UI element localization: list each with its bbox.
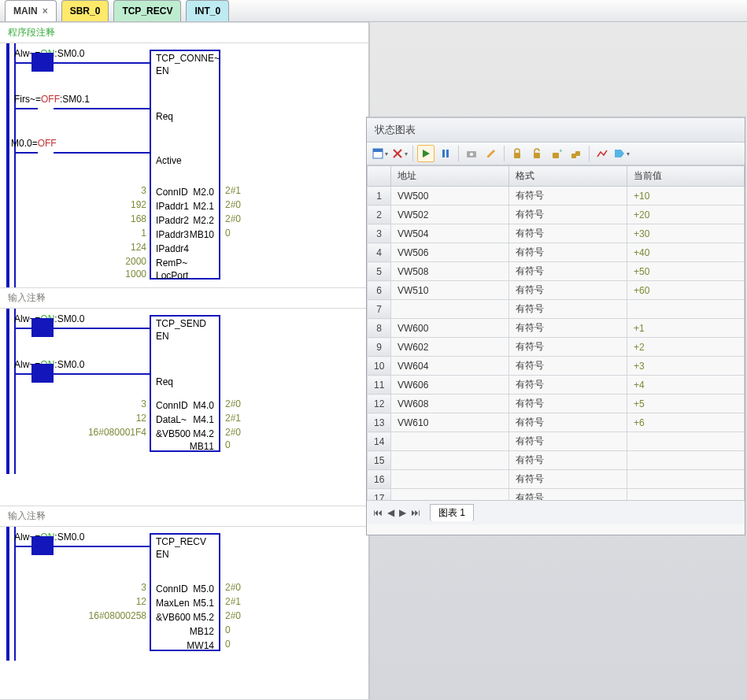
trend-button[interactable] <box>594 145 611 162</box>
snapshot-button[interactable] <box>463 145 480 162</box>
cell-address[interactable] <box>391 451 509 470</box>
network-comment[interactable]: 输入注释 <box>0 287 368 309</box>
cell-address[interactable] <box>391 300 509 319</box>
cell-current-value[interactable]: +5 <box>627 394 745 413</box>
unlock-button[interactable] <box>528 145 545 162</box>
cell-address[interactable]: VW508 <box>391 262 509 281</box>
table-row[interactable]: 9VW602有符号+2 <box>368 338 745 357</box>
table-row[interactable]: 4VW506有符号+40 <box>368 243 745 262</box>
cell-current-value[interactable] <box>627 432 745 451</box>
cell-address[interactable]: VW500 <box>391 187 509 206</box>
network-comment[interactable]: 程序段注释 <box>0 22 368 43</box>
tab-tcprecv[interactable]: TCP_RECV <box>113 0 181 21</box>
table-row[interactable]: 15有符号 <box>368 451 745 470</box>
col-format[interactable]: 格式 <box>509 166 627 187</box>
cell-address[interactable]: VW604 <box>391 357 509 376</box>
cell-address[interactable]: VW510 <box>391 281 509 300</box>
cell-format[interactable]: 有符号 <box>509 206 627 224</box>
table-row[interactable]: 6VW510有符号+60 <box>368 281 745 300</box>
cell-current-value[interactable] <box>627 451 745 470</box>
prev-sheet-button[interactable]: ◀ <box>387 507 394 518</box>
col-address[interactable]: 地址 <box>391 166 509 187</box>
cell-address[interactable]: VW610 <box>391 413 509 432</box>
cell-format[interactable]: 有符号 <box>509 470 627 489</box>
cell-format[interactable]: 有符号 <box>509 357 627 376</box>
cell-address[interactable]: VW602 <box>391 338 509 357</box>
cell-format[interactable]: 有符号 <box>509 394 627 413</box>
cell-current-value[interactable] <box>627 489 745 502</box>
cell-address[interactable]: VW600 <box>391 319 509 338</box>
cell-address[interactable] <box>391 470 509 489</box>
cell-format[interactable]: 有符号 <box>509 224 627 243</box>
table-row[interactable]: 1VW500有符号+10 <box>368 187 745 206</box>
rung-canvas[interactable]: Alw~=ON:SM0.0 TCP_RECV EN ConnID MaxLen … <box>0 527 368 661</box>
new-row-button[interactable]: ▾ <box>372 145 389 162</box>
cell-current-value[interactable]: +6 <box>627 413 745 432</box>
cell-format[interactable]: 有符号 <box>509 187 627 206</box>
table-row[interactable]: 17有符号 <box>368 489 745 502</box>
table-row[interactable]: 11VW606有符号+4 <box>368 376 745 394</box>
cell-format[interactable]: 有符号 <box>509 489 627 502</box>
cell-format[interactable]: 有符号 <box>509 262 627 281</box>
network-comment[interactable]: 输入注释 <box>0 506 368 527</box>
cell-address[interactable]: VW502 <box>391 206 509 224</box>
cell-current-value[interactable]: +10 <box>627 187 745 206</box>
table-row[interactable]: 3VW504有符号+30 <box>368 224 745 243</box>
cell-current-value[interactable]: +3 <box>627 357 745 376</box>
cell-current-value[interactable]: +40 <box>627 243 745 262</box>
fb-tcp-send[interactable]: TCP_SEND EN Req ConnID DataL~ &VB500 M4.… <box>150 315 220 452</box>
table-row[interactable]: 5VW508有符号+50 <box>368 262 745 281</box>
pause-button[interactable] <box>437 145 454 162</box>
cell-current-value[interactable]: +50 <box>627 262 745 281</box>
cell-format[interactable]: 有符号 <box>509 281 627 300</box>
lock-all-button[interactable] <box>568 145 585 162</box>
cell-format[interactable]: 有符号 <box>509 432 627 451</box>
cell-format[interactable]: 有符号 <box>509 338 627 357</box>
cell-format[interactable]: 有符号 <box>509 319 627 338</box>
table-row[interactable]: 13VW610有符号+6 <box>368 413 745 432</box>
tab-int0[interactable]: INT_0 <box>186 0 229 21</box>
cell-address[interactable] <box>391 489 509 502</box>
rung-canvas[interactable]: Alw~=ON:SM0.0 Alw~=ON:SM0.0 TCP_SEND EN … <box>0 309 368 474</box>
cell-current-value[interactable]: +1 <box>627 319 745 338</box>
cell-format[interactable]: 有符号 <box>509 413 627 432</box>
table-row[interactable]: 8VW600有符号+1 <box>368 319 745 338</box>
table-row[interactable]: 14有符号 <box>368 432 745 451</box>
table-row[interactable]: 12VW608有符号+5 <box>368 394 745 413</box>
next-sheet-button[interactable]: ▶ <box>399 507 406 518</box>
contact[interactable] <box>31 364 54 383</box>
cell-current-value[interactable]: +60 <box>627 281 745 300</box>
table-row[interactable]: 16有符号 <box>368 470 745 489</box>
col-current[interactable]: 当前值 <box>627 166 745 187</box>
cell-address[interactable]: VW506 <box>391 243 509 262</box>
table-row[interactable]: 7有符号 <box>368 300 745 319</box>
status-grid[interactable]: 地址 格式 当前值 1VW500有符号+102VW502有符号+203VW504… <box>367 165 745 501</box>
first-sheet-button[interactable]: ⏮ <box>373 507 383 518</box>
fb-tcp-connect[interactable]: TCP_CONNE~ EN Req Active ConnID IPaddr1 … <box>150 50 220 280</box>
tab-main[interactable]: MAIN× <box>5 0 57 21</box>
cell-format[interactable]: 有符号 <box>509 300 627 319</box>
cell-format[interactable]: 有符号 <box>509 451 627 470</box>
lock-button[interactable] <box>508 145 526 162</box>
tab-sbr0[interactable]: SBR_0 <box>61 0 109 21</box>
delete-row-button[interactable]: ▾ <box>391 145 409 162</box>
cell-current-value[interactable] <box>627 470 745 489</box>
contact[interactable] <box>31 53 54 72</box>
contact[interactable] <box>31 318 54 337</box>
cell-address[interactable]: VW606 <box>391 376 509 394</box>
ladder-editor[interactable]: 程序段注释 Alw~=ON:SM0.0 Firs~=OFF:SM0.1 <box>0 22 370 699</box>
cell-format[interactable]: 有符号 <box>509 243 627 262</box>
cell-address[interactable]: VW504 <box>391 224 509 243</box>
cell-address[interactable] <box>391 432 509 451</box>
cell-current-value[interactable]: +30 <box>627 224 745 243</box>
rung-canvas[interactable]: Alw~=ON:SM0.0 Firs~=OFF:SM0.1 M0.0=OFF <box>0 43 368 287</box>
fb-tcp-recv[interactable]: TCP_RECV EN ConnID MaxLen &VB600 M5.0 M5… <box>150 533 220 651</box>
sheet-tab[interactable]: 图表 1 <box>430 504 474 521</box>
cell-address[interactable]: VW608 <box>391 394 509 413</box>
cell-current-value[interactable]: +4 <box>627 376 745 394</box>
cell-current-value[interactable]: +2 <box>627 338 745 357</box>
col-rownum[interactable] <box>368 166 391 187</box>
edit-button[interactable] <box>483 145 500 162</box>
cell-current-value[interactable] <box>627 300 745 319</box>
tag-button[interactable]: ▾ <box>613 145 631 162</box>
